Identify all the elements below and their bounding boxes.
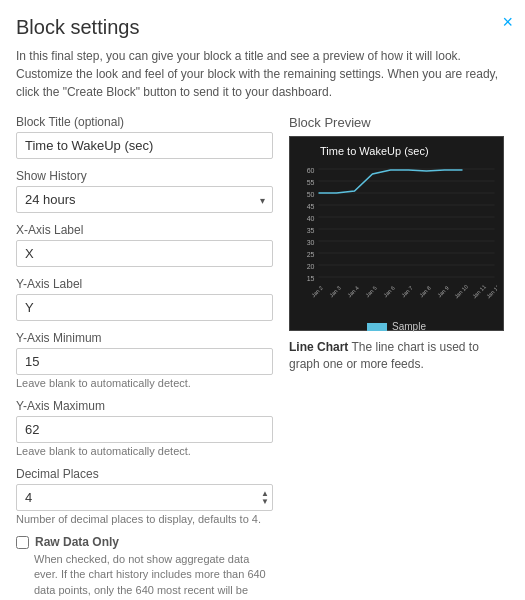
decimal-places-label: Decimal Places: [16, 467, 273, 481]
decimal-places-spinner: ▲ ▼: [16, 484, 273, 511]
show-history-label: Show History: [16, 169, 273, 183]
y-axis-min-label: Y-Axis Minimum: [16, 331, 273, 345]
svg-text:Jan 12: Jan 12: [485, 284, 497, 300]
block-title-label: Block Title (optional): [16, 115, 273, 129]
chart-title: Time to WakeUp (sec): [296, 145, 497, 157]
y-axis-input[interactable]: [16, 294, 273, 321]
svg-text:55: 55: [307, 179, 315, 186]
svg-text:Jan 3: Jan 3: [328, 285, 342, 299]
block-title-group: Block Title (optional): [16, 115, 273, 159]
spinner-down-button[interactable]: ▼: [259, 498, 271, 506]
close-button[interactable]: ×: [502, 12, 513, 33]
decimal-places-group: Decimal Places ▲ ▼ Number of decimal pla…: [16, 467, 273, 525]
svg-text:Jan 6: Jan 6: [382, 285, 396, 299]
raw-data-label[interactable]: Raw Data Only: [16, 535, 273, 549]
x-axis-group: X-Axis Label: [16, 223, 273, 267]
y-axis-group: Y-Axis Label: [16, 277, 273, 321]
svg-text:Jan 7: Jan 7: [400, 285, 414, 299]
svg-text:Jan 2: Jan 2: [310, 285, 324, 299]
y-axis-min-input[interactable]: [16, 348, 273, 375]
svg-text:50: 50: [307, 191, 315, 198]
svg-text:20: 20: [307, 263, 315, 270]
legend-color-swatch: [367, 323, 387, 331]
chart-svg: 60 55 50 45 40 35 30 25 20 15: [296, 161, 497, 316]
y-axis-max-hint: Leave blank to automatically detect.: [16, 445, 273, 457]
svg-text:15: 15: [307, 275, 315, 282]
svg-text:Jan 4: Jan 4: [346, 285, 360, 299]
y-axis-label: Y-Axis Label: [16, 277, 273, 291]
page-description: In this final step, you can give your bl…: [16, 47, 509, 101]
chart-legend: Sample: [296, 321, 497, 332]
legend-label: Sample: [392, 321, 426, 332]
svg-text:Jan 11: Jan 11: [471, 284, 487, 300]
svg-text:35: 35: [307, 227, 315, 234]
svg-text:Jan 8: Jan 8: [418, 285, 432, 299]
block-settings-modal: × Block settings In this final step, you…: [0, 0, 525, 600]
show-history-select-wrapper: 24 hours 12 hours 6 hours 1 hour ▾: [16, 186, 273, 213]
spinner-buttons: ▲ ▼: [259, 484, 271, 511]
svg-text:60: 60: [307, 167, 315, 174]
y-axis-min-group: Y-Axis Minimum Leave blank to automatica…: [16, 331, 273, 389]
raw-data-desc: When checked, do not show aggregate data…: [16, 552, 273, 600]
x-axis-label: X-Axis Label: [16, 223, 273, 237]
svg-text:Jan 9: Jan 9: [436, 285, 450, 299]
svg-text:Jan 5: Jan 5: [364, 285, 378, 299]
svg-text:40: 40: [307, 215, 315, 222]
svg-text:Jan 10: Jan 10: [453, 284, 469, 300]
y-axis-min-hint: Leave blank to automatically detect.: [16, 377, 273, 389]
raw-data-checkbox[interactable]: [16, 536, 29, 549]
block-title-input[interactable]: [16, 132, 273, 159]
preview-title: Block Preview: [289, 115, 509, 130]
raw-data-group: Raw Data Only When checked, do not show …: [16, 535, 273, 600]
chart-info: Line Chart The line chart is used to gra…: [289, 339, 509, 373]
chart-container: Time to WakeUp (sec) 60 55 50 45 40 35 3…: [289, 136, 504, 331]
right-column: Block Preview Time to WakeUp (sec) 60 55…: [289, 115, 509, 600]
show-history-group: Show History 24 hours 12 hours 6 hours 1…: [16, 169, 273, 213]
decimal-places-hint: Number of decimal places to display, def…: [16, 513, 273, 525]
raw-data-label-text: Raw Data Only: [35, 535, 119, 549]
left-column: Block Title (optional) Show History 24 h…: [16, 115, 273, 600]
chart-info-bold: Line Chart: [289, 340, 348, 354]
svg-text:30: 30: [307, 239, 315, 246]
y-axis-max-input[interactable]: [16, 416, 273, 443]
svg-text:25: 25: [307, 251, 315, 258]
decimal-places-input[interactable]: [16, 484, 273, 511]
y-axis-max-group: Y-Axis Maximum Leave blank to automatica…: [16, 399, 273, 457]
svg-text:45: 45: [307, 203, 315, 210]
show-history-select[interactable]: 24 hours 12 hours 6 hours 1 hour: [16, 186, 273, 213]
page-title: Block settings: [16, 16, 509, 39]
content-area: Block Title (optional) Show History 24 h…: [16, 115, 509, 600]
x-axis-input[interactable]: [16, 240, 273, 267]
y-axis-max-label: Y-Axis Maximum: [16, 399, 273, 413]
